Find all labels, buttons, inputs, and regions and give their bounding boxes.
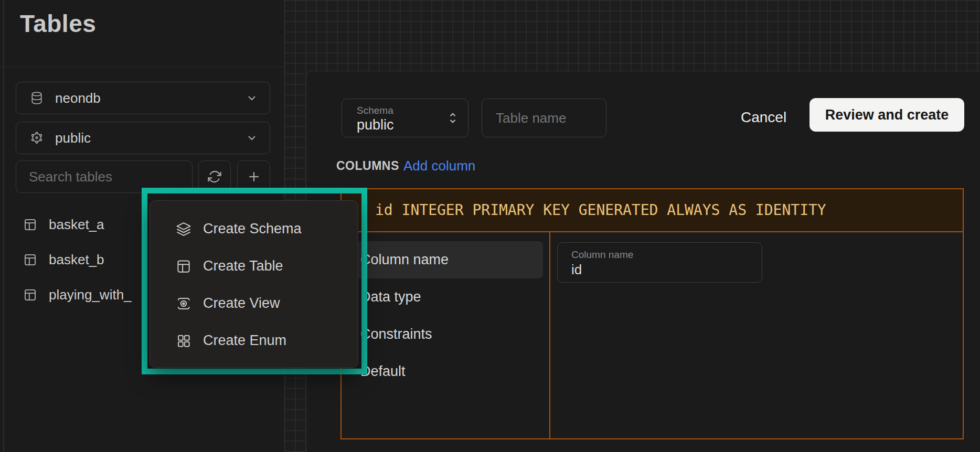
- menu-item-label: Create Schema: [203, 221, 302, 237]
- menu-item-create-schema[interactable]: Create Schema: [150, 210, 358, 247]
- sidebar-title: Tables: [20, 9, 96, 38]
- layers-icon: [175, 221, 193, 237]
- schema-field-value: public: [357, 117, 394, 133]
- sidebar-accent-line: [3, 0, 4, 452]
- refresh-icon: [207, 169, 222, 184]
- menu-item-label: Create Table: [203, 258, 283, 274]
- create-table-panel: Schema public Cancel Review and create C…: [306, 71, 980, 452]
- schema-select-value: public: [55, 130, 246, 146]
- chevron-down-icon: [246, 92, 258, 104]
- cancel-button[interactable]: Cancel: [732, 101, 795, 134]
- database-select[interactable]: neondb: [16, 82, 270, 114]
- review-and-create-button[interactable]: Review and create: [809, 98, 964, 132]
- column-sql-row[interactable]: id INTEGER PRIMARY KEY GENERATED ALWAYS …: [342, 189, 963, 232]
- schema-icon: [30, 131, 44, 145]
- table-icon: [23, 288, 37, 302]
- menu-item-create-table[interactable]: Create Table: [150, 247, 358, 285]
- column-name-field-label: Column name: [571, 249, 633, 261]
- column-name-field[interactable]: Column name: [557, 242, 762, 283]
- nav-item-constraints[interactable]: Constraints: [348, 316, 543, 353]
- schema-field-label: Schema: [357, 105, 393, 116]
- table-name: playing_with_: [49, 287, 132, 303]
- table-name-input[interactable]: [482, 99, 606, 137]
- menu-item-label: Create Enum: [203, 332, 286, 349]
- nav-item-column-name[interactable]: Column name: [348, 241, 543, 278]
- plus-icon: [246, 169, 262, 185]
- nav-item-default[interactable]: Default: [348, 353, 543, 390]
- chevron-updown-icon: [447, 111, 459, 125]
- search-tables-input[interactable]: [16, 160, 193, 193]
- menu-item-create-enum[interactable]: Create Enum: [150, 322, 358, 359]
- editor-schema-select[interactable]: Schema public: [342, 99, 468, 137]
- column-properties-nav: Column name Data type Constraints Defaul…: [342, 232, 550, 438]
- grid-icon: [175, 333, 193, 349]
- table-name: basket_b: [49, 252, 104, 268]
- add-column-link[interactable]: Add column: [403, 158, 475, 174]
- nav-item-data-type[interactable]: Data type: [348, 278, 543, 316]
- columns-editor-box: id INTEGER PRIMARY KEY GENERATED ALWAYS …: [340, 188, 964, 439]
- database-icon: [30, 91, 44, 105]
- database-select-value: neondb: [55, 90, 246, 106]
- refresh-button[interactable]: [198, 160, 231, 193]
- menu-item-label: Create View: [203, 295, 280, 311]
- chevron-down-icon: [246, 132, 258, 144]
- column-form-pane: Column name: [550, 232, 963, 438]
- add-table-button[interactable]: [237, 160, 270, 193]
- table-icon: [175, 259, 193, 274]
- column-name-input[interactable]: [559, 262, 758, 278]
- create-menu: Create Schema Create Table Create View: [150, 200, 358, 368]
- sidebar-divider: [0, 67, 284, 67]
- columns-section-label: COLUMNS: [336, 159, 399, 173]
- table-name: basket_a: [49, 217, 104, 233]
- schema-select[interactable]: public: [16, 122, 270, 154]
- view-icon: [175, 296, 193, 311]
- table-icon: [23, 253, 37, 267]
- menu-item-create-view[interactable]: Create View: [150, 285, 358, 322]
- table-icon: [23, 218, 37, 232]
